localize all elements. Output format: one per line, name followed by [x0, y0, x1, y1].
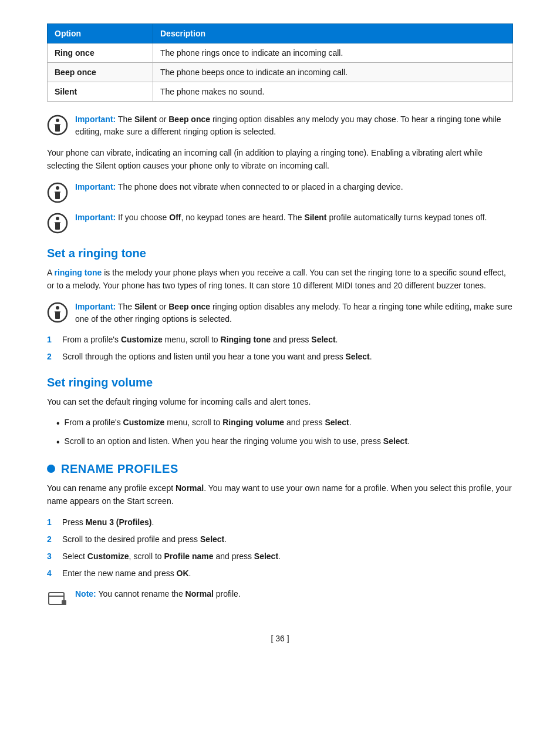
table-cell-desc: The phone rings once to indicate an inco… — [153, 43, 513, 63]
list-item: 2 Scroll to the desired profile and pres… — [47, 533, 513, 546]
list-item: 3 Select Customize, scroll to Profile na… — [47, 550, 513, 563]
list-item: 1 Press Menu 3 (Profiles). — [47, 516, 513, 529]
important-note-ringing: Important: The Silent or Beep once ringi… — [47, 301, 513, 325]
table-row: Silent The phone makes no sound. — [48, 82, 513, 102]
table-cell-desc: The phone makes no sound. — [153, 82, 513, 102]
step-number: 2 — [47, 533, 56, 546]
rename-profiles-heading-row: RENAME PROFILES — [47, 462, 513, 476]
svg-rect-10 — [62, 600, 66, 605]
rename-profiles-body: You can rename any profile except Normal… — [47, 482, 513, 508]
svg-point-5 — [56, 217, 59, 220]
table-row: Ring once The phone rings once to indica… — [48, 43, 513, 63]
important-label-2: Important: — [75, 182, 116, 191]
step-text: Select Customize, scroll to Profile name… — [62, 550, 281, 563]
page-number: [ 36 ] — [271, 634, 289, 643]
ringing-volume-bullets: From a profile's Customize menu, scroll … — [56, 416, 513, 449]
bullet-text: From a profile's Customize menu, scroll … — [65, 416, 352, 431]
important-icon-2 — [47, 182, 68, 203]
important-note-3-text: Important: If you choose Off, no keypad … — [75, 211, 513, 224]
ringing-tone-steps: 1 From a profile's Customize menu, scrol… — [47, 334, 513, 363]
note-text-rename: Note: You cannot rename the Normal profi… — [75, 588, 513, 600]
step-text: Enter the new name and press OK. — [62, 567, 191, 580]
list-item: From a profile's Customize menu, scroll … — [56, 416, 513, 431]
bullet-dot-icon — [47, 465, 55, 473]
options-table: Option Description Ring once The phone r… — [47, 23, 513, 102]
step-number: 2 — [47, 351, 56, 363]
table-header-option: Option — [48, 24, 153, 43]
important-note-ringing-text: Important: The Silent or Beep once ringi… — [75, 301, 513, 325]
ringing-volume-body: You can set the default ringing volume f… — [47, 395, 513, 408]
table-cell-option: Ring once — [48, 43, 153, 63]
page-footer: [ 36 ] — [47, 634, 513, 643]
step-text: From a profile's Customize menu, scroll … — [62, 334, 338, 346]
important-label: Important: — [75, 115, 116, 124]
rename-profiles-heading: RENAME PROFILES — [61, 462, 178, 476]
important-icon-3 — [47, 213, 68, 234]
table-header-description: Description — [153, 24, 513, 43]
note-block-rename: Note: You cannot rename the Normal profi… — [47, 588, 513, 610]
table-row: Beep once The phone beeps once to indica… — [48, 63, 513, 82]
svg-point-7 — [56, 306, 59, 310]
section-heading-ringing-tone: Set a ringing tone — [47, 247, 513, 260]
list-item: 4 Enter the new name and press OK. — [47, 567, 513, 580]
body-paragraph-1: Your phone can vibrate, indicating an in… — [47, 146, 513, 173]
important-note-1: Important: The Silent or Beep once ringi… — [47, 113, 513, 138]
important-label-ringing: Important: — [75, 302, 116, 311]
important-label-3: Important: — [75, 213, 116, 222]
table-cell-option: Silent — [48, 82, 153, 102]
step-number: 3 — [47, 550, 56, 563]
bullet-text: Scroll to an option and listen. When you… — [65, 435, 410, 449]
table-cell-desc: The phone beeps once to indicate an inco… — [153, 63, 513, 82]
list-item: 1 From a profile's Customize menu, scrol… — [47, 334, 513, 346]
rename-profiles-steps: 1 Press Menu 3 (Profiles). 2 Scroll to t… — [47, 516, 513, 580]
step-text: Press Menu 3 (Profiles). — [62, 516, 154, 529]
svg-point-3 — [56, 186, 59, 190]
important-note-2-text: Important: The phone does not vibrate wh… — [75, 181, 513, 193]
list-item: Scroll to an option and listen. When you… — [56, 435, 513, 449]
list-item: 2 Scroll through the options and listen … — [47, 351, 513, 363]
step-number: 1 — [47, 516, 56, 529]
note-label: Note: — [75, 589, 96, 598]
important-icon-ringing — [47, 302, 68, 323]
step-number: 4 — [47, 567, 56, 580]
svg-point-1 — [56, 119, 59, 122]
important-note-2: Important: The phone does not vibrate wh… — [47, 181, 513, 203]
step-text: Scroll to the desired profile and press … — [62, 533, 227, 546]
important-note-1-text: Important: The Silent or Beep once ringi… — [75, 113, 513, 138]
step-text: Scroll through the options and listen un… — [62, 351, 372, 363]
step-number: 1 — [47, 334, 56, 346]
section-heading-ringing-volume: Set ringing volume — [47, 376, 513, 389]
ringing-tone-body: A ringing tone is the melody your phone … — [47, 266, 513, 292]
ringing-tone-link: ringing tone — [54, 268, 102, 277]
note-icon-rect — [47, 589, 68, 610]
important-note-3: Important: If you choose Off, no keypad … — [47, 211, 513, 234]
table-cell-option: Beep once — [48, 63, 153, 82]
important-icon-1 — [47, 115, 68, 136]
